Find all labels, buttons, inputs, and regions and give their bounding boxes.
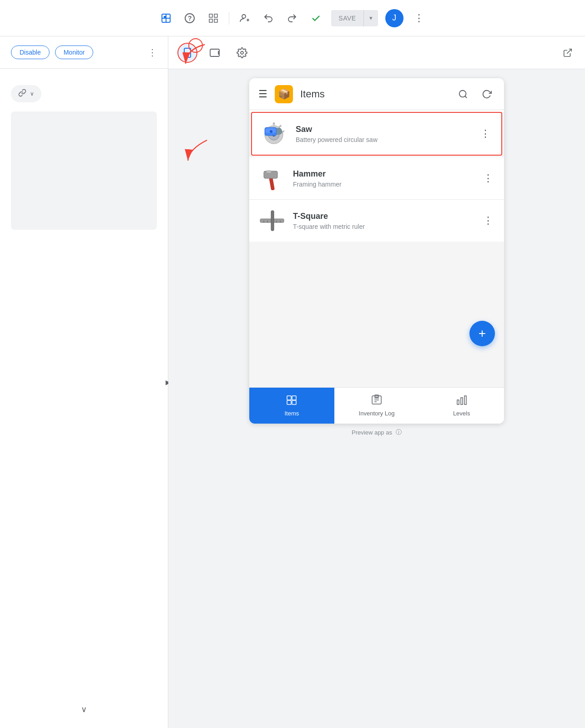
refresh-icon[interactable] — [479, 86, 495, 102]
sidebar-bottom: ∨ — [0, 704, 168, 714]
toolbar-divider — [229, 12, 229, 25]
link-chevron-icon: ∨ — [30, 91, 34, 97]
hammer-item-menu-icon[interactable]: ⋮ — [481, 171, 495, 186]
svg-point-10 — [242, 15, 246, 18]
list-item[interactable]: Saw Battery powered circular saw ⋮ — [251, 112, 502, 156]
grid-icon[interactable] — [205, 10, 222, 26]
redo-icon[interactable] — [284, 10, 300, 26]
app-icon: 📦 — [275, 85, 293, 103]
svg-rect-1 — [164, 16, 166, 18]
svg-rect-30 — [267, 170, 271, 173]
saw-item-subtitle: Battery powered circular saw — [296, 136, 479, 143]
saw-item-info: Saw Battery powered circular saw — [296, 125, 479, 143]
svg-rect-37 — [287, 396, 291, 400]
svg-rect-16 — [210, 49, 219, 56]
save-button[interactable]: SAVE ▾ — [331, 10, 378, 26]
svg-rect-39 — [287, 400, 291, 404]
svg-rect-40 — [292, 400, 296, 404]
svg-rect-9 — [214, 19, 217, 22]
hammer-item-title: Hammer — [293, 169, 481, 179]
save-dropdown-arrow[interactable]: ▾ — [363, 10, 378, 26]
save-button-label: SAVE — [331, 15, 363, 22]
svg-point-27 — [270, 130, 272, 133]
eye-icon[interactable] — [158, 10, 174, 26]
svg-rect-38 — [292, 396, 296, 400]
levels-nav-label: Levels — [453, 410, 470, 417]
levels-nav-icon — [456, 394, 467, 408]
mobile-frame-container: ☰ 📦 Items — [168, 69, 585, 424]
tsquare-item-menu-icon[interactable]: ⋮ — [481, 213, 495, 228]
nav-levels[interactable]: Levels — [419, 388, 504, 424]
saw-item-title: Saw — [296, 125, 479, 134]
svg-rect-28 — [269, 177, 275, 191]
app-title: Items — [300, 88, 448, 100]
sidebar-divider — [0, 68, 168, 69]
undo-icon[interactable] — [260, 10, 277, 26]
settings-icon[interactable] — [232, 43, 252, 63]
more-options-icon[interactable]: ⋮ — [411, 10, 427, 26]
svg-rect-46 — [457, 400, 459, 404]
nav-inventory-log[interactable]: Inventory Log — [334, 388, 419, 424]
tsquare-item-subtitle: T-square with metric ruler — [293, 223, 481, 230]
link-button[interactable]: ∨ — [11, 85, 41, 102]
disable-button[interactable]: Disable — [11, 46, 50, 59]
add-item-fab[interactable]: + — [469, 321, 495, 346]
svg-rect-6 — [209, 14, 212, 17]
preview-area: ☰ 📦 Items — [168, 36, 585, 728]
svg-point-18 — [241, 51, 243, 54]
top-toolbar: ? SAVE — [0, 0, 585, 36]
tsquare-icon-container — [258, 207, 286, 234]
add-user-icon[interactable] — [237, 10, 253, 26]
tsquare-item-title: T-Square — [293, 212, 481, 221]
svg-rect-32 — [271, 211, 274, 231]
left-sidebar: Disable Monitor ⋮ ∨ ▶ ∨ — [0, 36, 168, 728]
search-icon[interactable] — [455, 86, 471, 102]
help-icon[interactable]: ? — [182, 10, 198, 26]
preview-label-text: Preview app as — [352, 429, 392, 436]
hamburger-icon[interactable]: ☰ — [258, 88, 267, 100]
app-header: ☰ 📦 Items — [249, 78, 504, 110]
preview-info-icon: ⓘ — [396, 428, 402, 436]
items-list: Saw Battery powered circular saw ⋮ — [249, 112, 504, 242]
sidebar-more-icon[interactable]: ⋮ — [148, 47, 157, 58]
mobile-view-button[interactable] — [177, 43, 197, 63]
svg-text:?: ? — [188, 15, 192, 22]
sidebar-gray-area — [11, 111, 157, 230]
chevron-down-icon[interactable]: ∨ — [81, 704, 87, 714]
check-icon — [308, 10, 324, 26]
preview-footer: Preview app as ⓘ — [168, 424, 585, 441]
items-nav-label: Items — [284, 410, 299, 417]
list-item[interactable]: T-Square T-square with metric ruler ⋮ — [249, 200, 504, 242]
svg-point-20 — [459, 90, 466, 97]
inventory-log-nav-label: Inventory Log — [359, 410, 395, 417]
saw-item-menu-icon[interactable]: ⋮ — [479, 126, 492, 142]
link-icon — [18, 89, 26, 99]
sidebar-content: ∨ — [0, 76, 168, 239]
svg-rect-7 — [214, 14, 217, 17]
svg-rect-47 — [461, 398, 463, 404]
nav-items[interactable]: Items — [249, 388, 334, 424]
svg-line-21 — [465, 96, 467, 98]
bottom-navigation: Items Inventory Log — [249, 387, 504, 424]
tablet-view-button[interactable] — [205, 43, 225, 63]
inventory-log-nav-icon — [371, 394, 382, 408]
svg-line-19 — [567, 49, 571, 53]
items-nav-icon — [286, 394, 297, 408]
external-link-icon[interactable] — [560, 45, 576, 61]
list-item[interactable]: Hammer Framing hammer ⋮ — [249, 157, 504, 200]
sidebar-buttons: Disable Monitor ⋮ — [0, 36, 168, 68]
saw-icon-container — [261, 120, 288, 147]
svg-rect-8 — [209, 19, 212, 22]
monitor-button[interactable]: Monitor — [55, 46, 94, 59]
avatar[interactable]: J — [385, 9, 403, 27]
hammer-icon-container — [258, 165, 286, 192]
svg-rect-48 — [464, 396, 466, 404]
preview-toolbar — [168, 36, 585, 69]
items-empty-area: + — [249, 242, 504, 387]
hammer-item-subtitle: Framing hammer — [293, 181, 481, 188]
mobile-frame: ☰ 📦 Items — [249, 78, 504, 424]
hammer-item-info: Hammer Framing hammer — [293, 169, 481, 188]
tsquare-item-info: T-Square T-square with metric ruler — [293, 212, 481, 230]
